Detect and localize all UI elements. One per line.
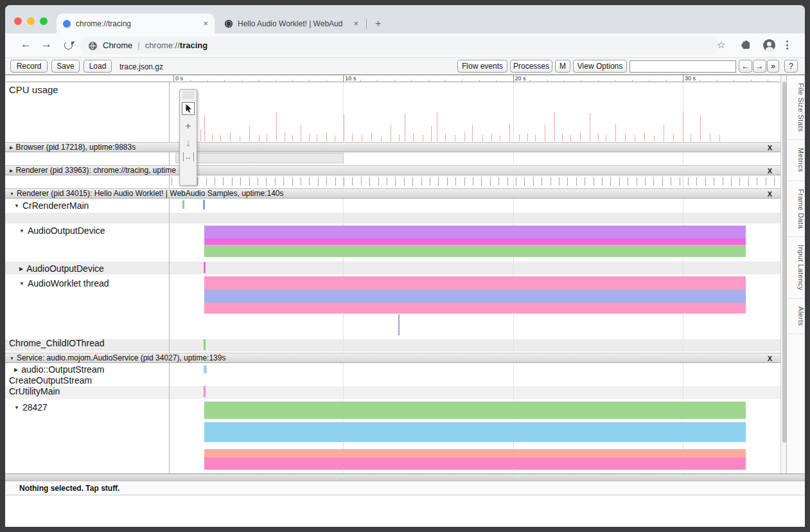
thread-label[interactable]: ▶AudioOutputDevice <box>19 263 104 274</box>
scrollbar-thumb[interactable] <box>782 82 786 443</box>
zoom-tool-button[interactable]: ↓ <box>182 136 195 148</box>
trace-slice[interactable] <box>204 402 746 419</box>
cpu-spike <box>509 123 510 141</box>
trace-slice[interactable] <box>204 449 746 457</box>
disclosure-triangle-icon[interactable]: ▼ <box>14 203 19 209</box>
tab-input-latency[interactable]: Input Latency <box>787 237 805 299</box>
timing-tool-button[interactable]: ↔ <box>183 152 194 161</box>
overflow-button[interactable]: » <box>767 60 779 73</box>
thread-label[interactable]: ▼CrRendererMain <box>14 200 89 211</box>
trace-slice[interactable] <box>204 422 746 442</box>
thread-label: Chrome_ChildIOThread <box>9 338 105 348</box>
slice-tick <box>172 177 172 186</box>
disclosure-triangle-icon[interactable]: ▶ <box>19 266 23 272</box>
close-process-icon[interactable]: X <box>768 190 772 199</box>
disclosure-triangle-icon[interactable]: ▼ <box>19 228 24 234</box>
flow-events-button[interactable]: Flow events <box>457 60 507 73</box>
cpu-spike <box>249 126 250 141</box>
disclosure-triangle-icon[interactable]: ▶ <box>10 168 13 173</box>
trace-event[interactable] <box>204 262 206 273</box>
analysis-drag-handle[interactable] <box>5 474 805 481</box>
forward-icon[interactable]: → <box>41 38 52 51</box>
thread-label[interactable]: ▼28427 <box>14 402 48 412</box>
panel-divider <box>169 75 170 474</box>
ruler-minor-tick <box>276 80 276 82</box>
trace-event[interactable] <box>204 386 206 397</box>
disclosure-triangle-icon[interactable]: ▶ <box>10 145 13 150</box>
new-tab-button[interactable]: + <box>375 18 381 30</box>
cpu-spike <box>554 112 555 141</box>
disclosure-triangle-icon[interactable]: ▼ <box>14 405 19 411</box>
ruler-minor-tick <box>292 80 293 82</box>
reload-icon[interactable] <box>64 41 73 49</box>
cpu-spike <box>455 135 455 141</box>
find-next-button[interactable]: → <box>753 60 766 73</box>
trace-event[interactable] <box>204 366 207 373</box>
site-info-icon[interactable] <box>89 42 97 50</box>
process-header[interactable]: ▶Browser (pid 17218), uptime:9883sX <box>5 142 780 152</box>
thread-label[interactable]: ▼AudioWorklet thread <box>19 278 109 288</box>
close-process-icon[interactable]: X <box>768 166 772 175</box>
close-process-icon[interactable]: X <box>768 143 772 152</box>
trace-slice[interactable] <box>204 238 746 245</box>
thread-label[interactable]: ▶audio::OutputStream <box>14 364 104 375</box>
cpu-spike <box>399 134 400 141</box>
trace-slice[interactable] <box>204 276 746 290</box>
tab-metrics[interactable]: Metrics <box>787 140 805 181</box>
tab-file-size-stats[interactable]: File Size Stats <box>787 75 805 140</box>
tab-webaudio[interactable]: Hello Audio Worklet! | WebAud × <box>218 13 365 33</box>
trace-slice[interactable] <box>204 303 746 314</box>
trace-slice[interactable] <box>204 226 746 238</box>
close-window-button[interactable] <box>14 17 22 25</box>
trace-event[interactable] <box>204 339 206 350</box>
tab-tracing[interactable]: chrome://tracing × <box>57 13 215 33</box>
processes-button[interactable]: Processes <box>510 60 552 73</box>
thread-label[interactable]: ▼AudioOutputDevice <box>19 226 105 236</box>
tab-alerts[interactable]: Alerts <box>787 299 805 335</box>
tab-close-icon[interactable]: × <box>203 19 208 28</box>
select-tool-button[interactable] <box>182 102 195 115</box>
trace-event[interactable] <box>175 153 344 163</box>
trace-event[interactable] <box>182 200 184 209</box>
metadata-button[interactable]: M <box>555 60 570 73</box>
timeline-track-view[interactable]: ▶Browser (pid 17218), uptime:9883sX▶Rend… <box>5 75 780 474</box>
process-header[interactable]: ▼Renderer (pid 34015): Hello Audio Workl… <box>5 188 780 199</box>
find-previous-button[interactable]: ← <box>739 60 752 73</box>
cpu-spike <box>615 124 616 141</box>
disclosure-triangle-icon[interactable]: ▼ <box>10 356 14 360</box>
extensions-icon[interactable] <box>743 42 750 49</box>
view-options-button[interactable]: View Options <box>573 60 627 73</box>
cpu-spike <box>352 134 353 141</box>
cpu-spike <box>673 134 674 141</box>
record-button[interactable]: Record <box>10 60 48 73</box>
trace-slice[interactable] <box>204 457 746 470</box>
disclosure-triangle-icon[interactable]: ▼ <box>10 191 14 196</box>
palette-drag-handle[interactable] <box>182 92 194 98</box>
save-button[interactable]: Save <box>51 60 80 73</box>
trace-event[interactable] <box>203 200 205 209</box>
cpu-spike <box>700 114 701 141</box>
cpu-spike <box>204 114 205 141</box>
ruler-label: 0 s <box>175 75 183 82</box>
process-header[interactable]: ▼Service: audio.mojom.AudioService (pid … <box>5 353 780 363</box>
close-process-icon[interactable]: X <box>768 354 772 363</box>
bookmark-star-icon[interactable]: ☆ <box>717 39 725 51</box>
menu-kebab-icon[interactable] <box>786 40 788 49</box>
disclosure-triangle-icon[interactable]: ▼ <box>19 281 24 287</box>
trace-slice[interactable] <box>204 245 746 257</box>
tab-frame-data[interactable]: Frame Data <box>787 181 805 237</box>
minimize-window-button[interactable] <box>27 17 35 25</box>
tab-close-icon[interactable]: × <box>353 19 358 28</box>
disclosure-triangle-icon[interactable]: ▶ <box>14 367 18 373</box>
back-icon[interactable]: ← <box>21 38 31 51</box>
load-button[interactable]: Load <box>84 60 112 73</box>
trace-slice[interactable] <box>204 290 746 303</box>
vertical-scrollbar[interactable] <box>780 75 786 474</box>
zoom-window-button[interactable] <box>40 17 48 25</box>
search-input[interactable] <box>630 60 736 73</box>
process-header[interactable]: ▶Renderer (pid 33963): chrome://tracing,… <box>5 165 780 175</box>
trace-event[interactable] <box>398 314 400 335</box>
help-button[interactable]: ? <box>784 60 798 73</box>
pan-tool-button[interactable]: + <box>182 119 195 132</box>
profile-avatar[interactable] <box>763 39 775 51</box>
